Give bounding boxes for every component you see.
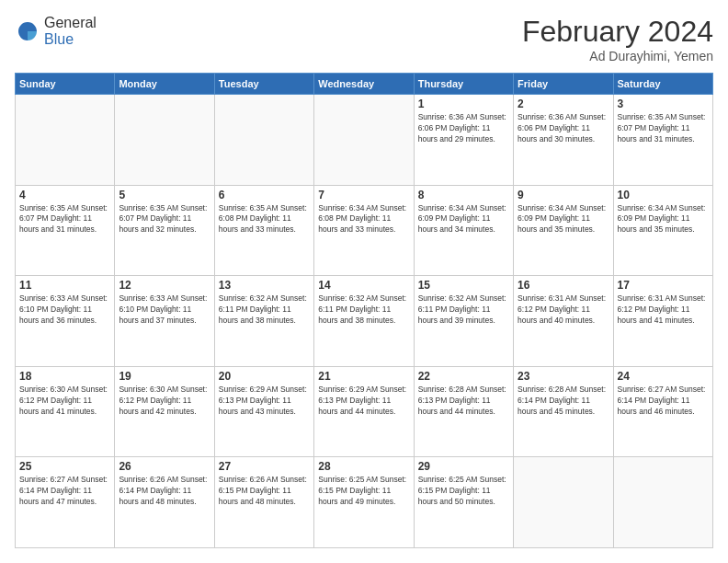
day-info: Sunrise: 6:29 AM Sunset: 6:13 PM Dayligh…: [318, 385, 409, 418]
month-title: February 2024: [522, 15, 713, 49]
day-info: Sunrise: 6:32 AM Sunset: 6:11 PM Dayligh…: [318, 293, 409, 327]
calendar-cell: 7Sunrise: 6:34 AM Sunset: 6:08 PM Daylig…: [314, 185, 414, 276]
calendar-cell: 3Sunrise: 6:35 AM Sunset: 6:07 PM Daylig…: [613, 95, 712, 186]
day-info: Sunrise: 6:34 AM Sunset: 6:09 PM Dayligh…: [618, 203, 709, 236]
header: General Blue February 2024 Ad Durayhimi,…: [15, 15, 713, 63]
calendar-cell: [514, 457, 613, 548]
calendar-cell: 27Sunrise: 6:26 AM Sunset: 6:15 PM Dayli…: [214, 457, 313, 548]
day-number: 24: [618, 370, 709, 383]
calendar-week-row: 1Sunrise: 6:36 AM Sunset: 6:06 PM Daylig…: [16, 95, 713, 186]
weekday-header: Thursday: [414, 74, 513, 95]
day-number: 27: [219, 460, 310, 473]
day-number: 26: [119, 460, 210, 473]
calendar-cell: 9Sunrise: 6:34 AM Sunset: 6:09 PM Daylig…: [514, 185, 613, 276]
calendar-cell: 14Sunrise: 6:32 AM Sunset: 6:11 PM Dayli…: [314, 276, 414, 367]
day-number: 10: [618, 189, 709, 201]
day-number: 23: [518, 370, 609, 383]
day-info: Sunrise: 6:33 AM Sunset: 6:10 PM Dayligh…: [119, 293, 210, 327]
calendar-cell: 18Sunrise: 6:30 AM Sunset: 6:12 PM Dayli…: [16, 366, 115, 457]
day-number: 13: [219, 279, 310, 292]
day-info: Sunrise: 6:30 AM Sunset: 6:12 PM Dayligh…: [119, 385, 210, 418]
day-number: 17: [618, 279, 709, 292]
day-info: Sunrise: 6:34 AM Sunset: 6:09 PM Dayligh…: [518, 203, 609, 236]
weekday-header-row: SundayMondayTuesdayWednesdayThursdayFrid…: [16, 74, 713, 95]
day-info: Sunrise: 6:26 AM Sunset: 6:14 PM Dayligh…: [119, 475, 210, 508]
day-number: 4: [19, 189, 110, 201]
day-number: 5: [119, 189, 210, 201]
calendar-cell: 16Sunrise: 6:31 AM Sunset: 6:12 PM Dayli…: [514, 276, 613, 367]
location: Ad Durayhimi, Yemen: [522, 49, 713, 63]
calendar-cell: 21Sunrise: 6:29 AM Sunset: 6:13 PM Dayli…: [314, 366, 414, 457]
calendar-cell: 25Sunrise: 6:27 AM Sunset: 6:14 PM Dayli…: [16, 457, 115, 548]
calendar-table: SundayMondayTuesdayWednesdayThursdayFrid…: [15, 73, 713, 548]
day-info: Sunrise: 6:35 AM Sunset: 6:08 PM Dayligh…: [219, 203, 310, 236]
calendar-cell: 29Sunrise: 6:25 AM Sunset: 6:15 PM Dayli…: [414, 457, 513, 548]
day-info: Sunrise: 6:31 AM Sunset: 6:12 PM Dayligh…: [518, 293, 609, 327]
calendar-week-row: 4Sunrise: 6:35 AM Sunset: 6:07 PM Daylig…: [16, 185, 713, 276]
day-number: 28: [318, 460, 409, 473]
day-number: 20: [219, 370, 310, 383]
calendar-cell: 19Sunrise: 6:30 AM Sunset: 6:12 PM Dayli…: [115, 366, 214, 457]
title-block: February 2024 Ad Durayhimi, Yemen: [522, 15, 713, 63]
calendar-cell: 24Sunrise: 6:27 AM Sunset: 6:14 PM Dayli…: [613, 366, 712, 457]
weekday-header: Wednesday: [314, 74, 414, 95]
day-info: Sunrise: 6:27 AM Sunset: 6:14 PM Dayligh…: [618, 385, 709, 418]
day-info: Sunrise: 6:29 AM Sunset: 6:13 PM Dayligh…: [219, 385, 310, 418]
calendar-cell: [314, 95, 414, 186]
calendar-cell: 15Sunrise: 6:32 AM Sunset: 6:11 PM Dayli…: [414, 276, 513, 367]
calendar-cell: 13Sunrise: 6:32 AM Sunset: 6:11 PM Dayli…: [214, 276, 313, 367]
day-number: 8: [418, 189, 509, 201]
calendar-week-row: 25Sunrise: 6:27 AM Sunset: 6:14 PM Dayli…: [16, 457, 713, 548]
day-number: 12: [119, 279, 210, 292]
day-info: Sunrise: 6:35 AM Sunset: 6:07 PM Dayligh…: [19, 203, 110, 236]
calendar-week-row: 11Sunrise: 6:33 AM Sunset: 6:10 PM Dayli…: [16, 276, 713, 367]
day-info: Sunrise: 6:32 AM Sunset: 6:11 PM Dayligh…: [418, 293, 509, 327]
calendar-cell: 6Sunrise: 6:35 AM Sunset: 6:08 PM Daylig…: [214, 185, 313, 276]
day-number: 21: [318, 370, 409, 383]
day-number: 25: [19, 460, 110, 473]
weekday-header: Friday: [514, 74, 613, 95]
day-number: 1: [418, 98, 509, 110]
calendar-cell: 22Sunrise: 6:28 AM Sunset: 6:13 PM Dayli…: [414, 366, 513, 457]
day-number: 29: [418, 460, 509, 473]
calendar-cell: 2Sunrise: 6:36 AM Sunset: 6:06 PM Daylig…: [514, 95, 613, 186]
day-number: 9: [518, 189, 609, 201]
calendar-cell: 20Sunrise: 6:29 AM Sunset: 6:13 PM Dayli…: [214, 366, 313, 457]
day-info: Sunrise: 6:36 AM Sunset: 6:06 PM Dayligh…: [418, 112, 509, 145]
calendar-cell: 23Sunrise: 6:28 AM Sunset: 6:14 PM Dayli…: [514, 366, 613, 457]
weekday-header: Saturday: [613, 74, 712, 95]
weekday-header: Monday: [115, 74, 214, 95]
day-number: 22: [418, 370, 509, 383]
day-info: Sunrise: 6:28 AM Sunset: 6:13 PM Dayligh…: [418, 385, 509, 418]
calendar-cell: [16, 95, 115, 186]
day-number: 7: [318, 189, 409, 201]
calendar-cell: 4Sunrise: 6:35 AM Sunset: 6:07 PM Daylig…: [16, 185, 115, 276]
day-number: 6: [219, 189, 310, 201]
logo-general: General: [44, 15, 97, 30]
day-info: Sunrise: 6:31 AM Sunset: 6:12 PM Dayligh…: [618, 293, 709, 327]
calendar-cell: [115, 95, 214, 186]
weekday-header: Sunday: [16, 74, 115, 95]
calendar-cell: 10Sunrise: 6:34 AM Sunset: 6:09 PM Dayli…: [613, 185, 712, 276]
day-number: 19: [119, 370, 210, 383]
day-info: Sunrise: 6:32 AM Sunset: 6:11 PM Dayligh…: [219, 293, 310, 327]
logo: General Blue: [15, 15, 97, 48]
logo-icon: [15, 18, 40, 44]
calendar-cell: 12Sunrise: 6:33 AM Sunset: 6:10 PM Dayli…: [115, 276, 214, 367]
day-number: 3: [618, 98, 709, 110]
calendar-cell: 28Sunrise: 6:25 AM Sunset: 6:15 PM Dayli…: [314, 457, 414, 548]
day-info: Sunrise: 6:25 AM Sunset: 6:15 PM Dayligh…: [318, 475, 409, 508]
weekday-header: Tuesday: [214, 74, 313, 95]
day-number: 16: [518, 279, 609, 292]
day-info: Sunrise: 6:28 AM Sunset: 6:14 PM Dayligh…: [518, 385, 609, 418]
day-info: Sunrise: 6:34 AM Sunset: 6:09 PM Dayligh…: [418, 203, 509, 236]
calendar-cell: 1Sunrise: 6:36 AM Sunset: 6:06 PM Daylig…: [414, 95, 513, 186]
logo-text: General Blue: [44, 15, 97, 48]
day-info: Sunrise: 6:35 AM Sunset: 6:07 PM Dayligh…: [618, 112, 709, 145]
day-info: Sunrise: 6:35 AM Sunset: 6:07 PM Dayligh…: [119, 203, 210, 236]
calendar-week-row: 18Sunrise: 6:30 AM Sunset: 6:12 PM Dayli…: [16, 366, 713, 457]
day-info: Sunrise: 6:33 AM Sunset: 6:10 PM Dayligh…: [19, 293, 110, 327]
logo-blue: Blue: [44, 31, 74, 47]
day-info: Sunrise: 6:27 AM Sunset: 6:14 PM Dayligh…: [19, 475, 110, 508]
page: General Blue February 2024 Ad Durayhimi,…: [0, 0, 728, 563]
